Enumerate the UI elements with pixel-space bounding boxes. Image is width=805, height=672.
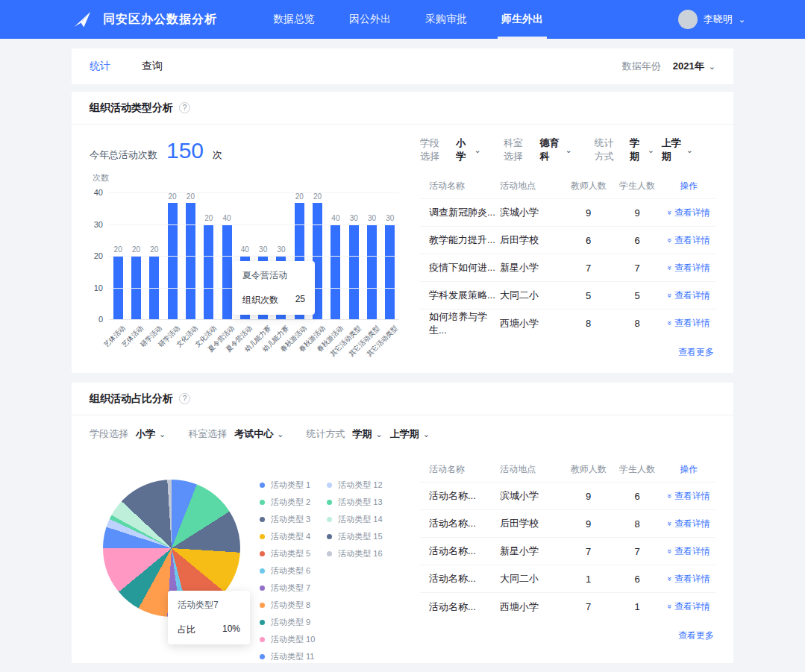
table-row: 疫情下如何进...新星小学77»查看详情 xyxy=(420,254,715,282)
column-header: 教师人数 xyxy=(565,180,612,192)
legend-item[interactable]: 活动类型 13 xyxy=(327,494,382,511)
expand-icon: » xyxy=(665,576,674,580)
bar-chart-plot: 20202020202040403030202040303030 夏令营活动 组… xyxy=(109,192,399,319)
chevron-down-icon: ⌄ xyxy=(686,146,693,154)
main-nav: 数据总览 因公外出 采购审批 师生外出 xyxy=(256,0,560,39)
y-axis-tick: 30 xyxy=(94,220,103,229)
chevron-down-icon: ⌄ xyxy=(159,430,166,439)
nav-item-business-trip[interactable]: 因公外出 xyxy=(332,0,408,39)
legend-label: 活动类型 3 xyxy=(271,514,310,525)
nav-item-data-overview[interactable]: 数据总览 xyxy=(256,0,332,39)
view-detail-link[interactable]: »查看详情 xyxy=(663,207,715,219)
student-count-cell: 1 xyxy=(612,601,662,612)
teacher-count-cell: 9 xyxy=(565,518,612,530)
expand-icon: » xyxy=(665,265,674,269)
activity-place-cell: 大同二小 xyxy=(500,572,565,585)
bar-value-label: 20 xyxy=(150,245,158,254)
help-icon[interactable]: ? xyxy=(179,102,190,113)
legend-item[interactable]: 活动类型 1 xyxy=(260,477,315,494)
view-detail-label: 查看详情 xyxy=(674,574,710,584)
view-detail-link[interactable]: »查看详情 xyxy=(663,262,715,274)
nav-item-purchase-approval[interactable]: 采购审批 xyxy=(408,0,484,39)
view-detail-link[interactable]: »查看详情 xyxy=(663,573,715,585)
expand-icon: » xyxy=(665,604,674,609)
department-select[interactable]: 科室选择 德育科 ⌄ xyxy=(504,136,572,163)
user-menu[interactable]: 李晓明 ⌄ xyxy=(678,10,745,29)
table-header-row: 活动名称活动地点教师人数学生人数操作 xyxy=(420,174,715,199)
activity-name-cell: 活动名称... xyxy=(420,517,500,530)
method-select[interactable]: 统计方式 学期 ⌄ 上学期 ⌄ xyxy=(306,427,429,441)
stage-select[interactable]: 学段选择 小学 ⌄ xyxy=(90,427,166,441)
legend-label: 活动类型 2 xyxy=(271,497,310,508)
view-detail-link[interactable]: »查看详情 xyxy=(663,234,715,247)
expand-icon: » xyxy=(665,321,674,325)
stage-select[interactable]: 学段选择 小学 ⌄ xyxy=(420,136,481,163)
chevron-down-icon: ⌄ xyxy=(375,430,382,439)
chevron-down-icon: ⌄ xyxy=(648,146,654,154)
bar-rect xyxy=(349,224,359,320)
view-detail-link[interactable]: »查看详情 xyxy=(663,490,715,503)
legend-item[interactable]: 活动类型 12 xyxy=(327,477,382,494)
activity-name-cell: 活动名称... xyxy=(420,600,500,614)
student-count-cell: 6 xyxy=(612,574,662,585)
column-header: 学生人数 xyxy=(612,180,662,192)
department-select[interactable]: 科室选择 考试中心 ⌄ xyxy=(188,427,284,441)
pie-legend: 活动类型 1活动类型 2活动类型 3活动类型 4活动类型 5活动类型 6活动类型… xyxy=(260,477,383,663)
legend-dot xyxy=(260,603,265,608)
legend-label: 活动类型 7 xyxy=(271,582,310,594)
avatar xyxy=(678,10,698,29)
chevron-down-icon: ⌄ xyxy=(474,146,480,154)
view-detail-label: 查看详情 xyxy=(674,235,710,245)
legend-item[interactable]: 活动类型 7 xyxy=(260,580,315,597)
view-detail-link[interactable]: »查看详情 xyxy=(663,289,715,302)
legend-item[interactable]: 活动类型 4 xyxy=(260,528,315,545)
legend-label: 活动类型 1 xyxy=(271,480,310,491)
legend-item[interactable]: 活动类型 3 xyxy=(260,511,315,528)
tab-query[interactable]: 查询 xyxy=(142,60,163,73)
column-header: 学生人数 xyxy=(612,463,662,476)
view-more-link[interactable]: 查看更多 xyxy=(420,629,715,642)
data-year-value[interactable]: 2021年 xyxy=(673,60,704,73)
view-detail-label: 查看详情 xyxy=(674,290,710,301)
legend-item[interactable]: 活动类型 14 xyxy=(327,511,382,528)
method-select[interactable]: 统计方式 学期 ⌄ 上学期 ⌄ xyxy=(595,136,693,163)
bar-value-label: 20 xyxy=(169,192,177,201)
data-year-select[interactable]: 数据年份 2021年 ⌄ xyxy=(622,60,715,73)
legend-item[interactable]: 活动类型 15 xyxy=(327,528,382,545)
logo-icon xyxy=(72,9,93,30)
activity-place-cell: 新星小学 xyxy=(500,261,565,274)
legend-item[interactable]: 活动类型 16 xyxy=(327,545,382,562)
legend-dot xyxy=(260,483,265,488)
legend-item[interactable]: 活动类型 9 xyxy=(260,614,315,631)
legend-label: 活动类型 12 xyxy=(338,480,382,491)
legend-dot xyxy=(260,517,265,522)
help-icon[interactable]: ? xyxy=(179,393,190,404)
expand-icon: » xyxy=(665,210,674,214)
legend-item[interactable]: 活动类型 2 xyxy=(260,494,315,511)
view-detail-link[interactable]: »查看详情 xyxy=(663,600,715,613)
activity-type-analysis-section: 组织活动类型分析 ? 今年总活动次数 150 次 次数 202020202020… xyxy=(72,92,733,373)
legend-item[interactable]: 活动类型 8 xyxy=(260,597,315,614)
tab-statistics[interactable]: 统计 xyxy=(90,60,110,73)
bar-rect xyxy=(186,203,195,319)
legend-dot xyxy=(260,551,265,556)
legend-item[interactable]: 活动类型 6 xyxy=(260,562,315,580)
legend-item[interactable]: 活动类型 5 xyxy=(260,545,315,562)
y-axis-title: 次数 xyxy=(93,172,407,183)
expand-icon: » xyxy=(665,237,674,242)
y-axis-tick: 20 xyxy=(94,251,103,260)
bar-value-label: 30 xyxy=(259,245,267,254)
nav-item-teacher-student-outing[interactable]: 师生外出 xyxy=(484,0,560,39)
user-name: 李晓明 xyxy=(704,13,733,26)
section-title: 组织活动占比分析 xyxy=(90,392,173,406)
y-axis-tick: 0 xyxy=(98,315,103,324)
legend-item[interactable]: 活动类型 11 xyxy=(260,648,315,663)
legend-dot xyxy=(327,517,332,522)
legend-item[interactable]: 活动类型 10 xyxy=(260,631,315,648)
view-detail-label: 查看详情 xyxy=(674,546,710,556)
view-more-link[interactable]: 查看更多 xyxy=(420,346,715,359)
view-detail-link[interactable]: »查看详情 xyxy=(663,317,715,330)
activity-name-cell: 调查新冠肺炎... xyxy=(420,206,500,219)
view-detail-link[interactable]: »查看详情 xyxy=(663,518,715,530)
view-detail-link[interactable]: »查看详情 xyxy=(663,545,715,558)
